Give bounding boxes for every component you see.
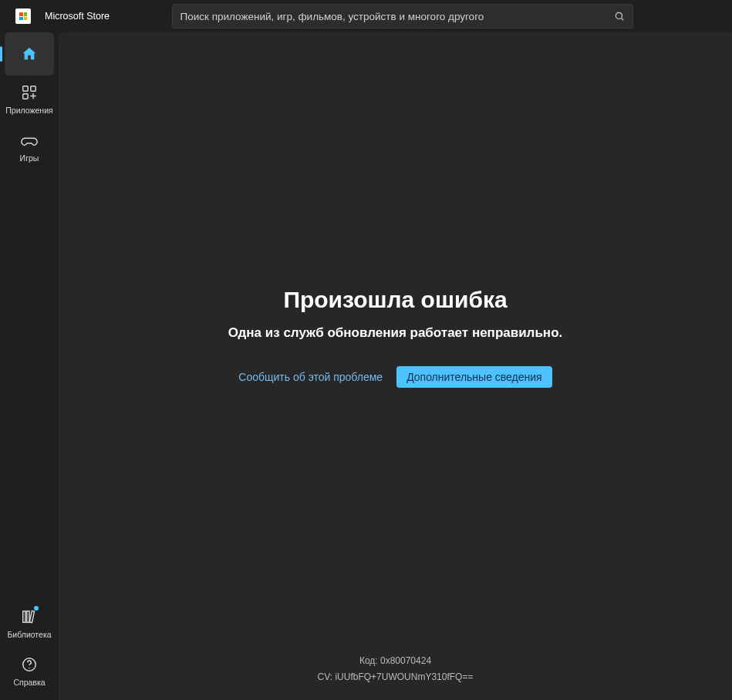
- app-store-icon: [15, 8, 31, 24]
- svg-point-0: [616, 12, 622, 19]
- apps-icon: [21, 84, 38, 101]
- nav-help[interactable]: Справка: [5, 648, 54, 695]
- nav-apps-label: Приложения: [5, 106, 52, 115]
- svg-point-9: [29, 668, 29, 668]
- nav-library[interactable]: Библиотека: [5, 600, 54, 648]
- search-input[interactable]: [180, 11, 614, 22]
- nav-games[interactable]: Игры: [5, 123, 54, 171]
- nav-help-label: Справка: [13, 678, 45, 687]
- notification-dot-icon: [34, 606, 39, 611]
- more-info-button[interactable]: Дополнительные сведения: [396, 366, 552, 388]
- main-content: Произошла ошибка Одна из служб обновлени…: [59, 32, 732, 700]
- svg-rect-3: [31, 86, 35, 91]
- error-title: Произошла ошибка: [228, 287, 563, 313]
- nav-apps[interactable]: Приложения: [5, 76, 54, 123]
- library-icon: [21, 608, 38, 625]
- nav-games-label: Игры: [20, 153, 39, 163]
- svg-rect-2: [23, 86, 28, 91]
- error-cv: CV: iUUfbFQ+7UWOUNmY310fFQ==: [59, 669, 732, 686]
- svg-rect-7: [29, 611, 34, 622]
- svg-rect-4: [23, 94, 28, 99]
- app-title: Microsoft Store: [45, 11, 110, 22]
- error-block: Произошла ошибка Одна из служб обновлени…: [228, 287, 563, 388]
- nav-home[interactable]: [5, 32, 54, 76]
- home-icon: [21, 45, 38, 62]
- titlebar: Microsoft Store: [0, 0, 732, 32]
- svg-rect-6: [27, 611, 29, 623]
- svg-line-1: [621, 19, 623, 21]
- search-icon[interactable]: [614, 11, 625, 22]
- error-subtitle: Одна из служб обновления работает неправ…: [228, 324, 563, 343]
- error-code: Код: 0x80070424: [59, 653, 732, 670]
- error-codes: Код: 0x80070424 CV: iUUfbFQ+7UWOUNmY310f…: [59, 653, 732, 686]
- sidebar: Приложения Игры: [0, 32, 59, 700]
- games-icon: [21, 132, 38, 149]
- search-box[interactable]: [172, 4, 633, 29]
- nav-library-label: Библиотека: [7, 630, 51, 639]
- svg-rect-5: [23, 611, 25, 623]
- help-icon: [21, 656, 38, 673]
- report-problem-link[interactable]: Сообщить об этой проблеме: [238, 371, 383, 383]
